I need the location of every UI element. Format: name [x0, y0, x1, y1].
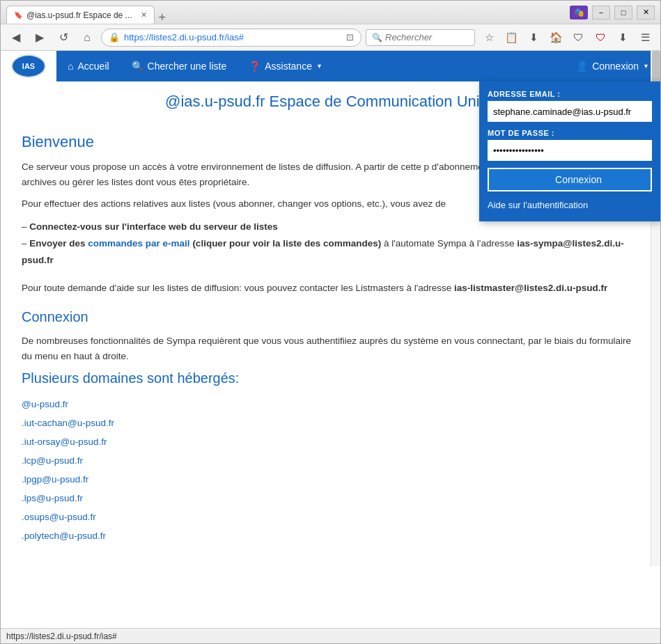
- nav-accueil-label: Accueil: [77, 61, 109, 72]
- address-text: https://listes2.di.u-psud.fr/ias#: [124, 32, 244, 42]
- maximize-button[interactable]: □: [614, 6, 632, 19]
- domain-2[interactable]: .iut-orsay@u-psud.fr: [22, 432, 639, 451]
- domain-5[interactable]: .lps@u-psud.fr: [22, 489, 639, 508]
- search-icon: 🔍: [372, 33, 382, 42]
- nav-assistance[interactable]: ❓ Assistance ▼: [238, 51, 334, 81]
- back-button[interactable]: ◀: [6, 28, 26, 47]
- tab-area: 🔖 @ias.u-psud.fr Espace de ... ✕ +: [6, 1, 564, 24]
- forward-button[interactable]: ▶: [30, 28, 49, 47]
- domain-3[interactable]: .lcp@u-psud.fr: [22, 451, 639, 470]
- assistance-caret-icon: ▼: [316, 63, 322, 70]
- page-header-text: @ias.u-psud.fr Espace de Communication U…: [165, 93, 496, 110]
- domain-4[interactable]: .lpgp@u-psud.fr: [22, 470, 639, 489]
- nav-items: ⌂ Accueil 🔍 Chercher une liste ❓ Assista…: [56, 51, 660, 81]
- password-input[interactable]: [488, 140, 652, 161]
- refresh-button[interactable]: ↺: [54, 28, 73, 47]
- assistance-nav-icon: ❓: [249, 61, 260, 72]
- nav-connexion[interactable]: 👤 Connexion ▼: [565, 51, 660, 81]
- email-label: ADRESSE EMAIL :: [488, 90, 652, 98]
- status-bar: https://listes2.di.u-psud.fr/ias#: [1, 628, 660, 643]
- download2-icon[interactable]: ⬇: [613, 28, 632, 47]
- address-bar[interactable]: 🔒 https://listes2.di.u-psud.fr/ias# ⊡: [101, 29, 361, 47]
- search-nav-icon: 🔍: [132, 61, 143, 72]
- home-nav-icon: ⌂: [68, 61, 73, 72]
- logo-text: IAS: [22, 62, 35, 70]
- connexion-btn-icon: 👤: [538, 174, 550, 185]
- window-controls: 🎭 − □ ✕: [570, 6, 655, 19]
- connexion-title: Connexion: [22, 309, 639, 325]
- history-icon[interactable]: 📋: [501, 28, 521, 47]
- new-tab-button[interactable]: +: [159, 11, 166, 24]
- home-button[interactable]: ⌂: [77, 28, 97, 47]
- minimize-button[interactable]: −: [592, 6, 610, 19]
- nav-accueil[interactable]: ⌂ Accueil: [56, 51, 120, 81]
- auth-help-link[interactable]: Aide sur l'authentification: [488, 197, 652, 213]
- domain-6[interactable]: .osups@u-psud.fr: [22, 508, 639, 526]
- menu-icon[interactable]: ☰: [635, 28, 655, 47]
- tab-favicon: 🔖: [14, 11, 22, 19]
- logo: IAS: [11, 54, 46, 78]
- tab-close-button[interactable]: ✕: [141, 10, 147, 19]
- toolbar-icons: ☆ 📋 ⬇ 🏠 🛡 🛡 ⬇ ☰: [479, 28, 655, 47]
- page-content: IAS ⌂ Accueil 🔍 Chercher une liste ❓ Ass…: [1, 51, 660, 628]
- nav-connexion-label: Connexion: [592, 61, 639, 72]
- page-wrapper: IAS ⌂ Accueil 🔍 Chercher une liste ❓ Ass…: [1, 51, 660, 566]
- connexion-caret-icon: ▼: [643, 63, 649, 70]
- password-label: MOT DE PASSE :: [488, 129, 652, 137]
- domains-title: Plusieurs domaines sont hébergés:: [22, 370, 639, 386]
- browser-window: 🔖 @ias.u-psud.fr Espace de ... ✕ + 🎭 − □…: [0, 0, 661, 644]
- bookmark-icon[interactable]: ☆: [479, 28, 499, 47]
- close-button[interactable]: ✕: [637, 6, 655, 19]
- login-dropdown: ADRESSE EMAIL : MOT DE PASSE : 👤 Connexi…: [479, 81, 660, 221]
- commands-link[interactable]: commandes par e-mail: [88, 238, 189, 249]
- toolbar: ◀ ▶ ↺ ⌂ 🔒 https://listes2.di.u-psud.fr/i…: [1, 24, 660, 51]
- connexion-desc: De nombreuses fonctionnalités de Sympa r…: [22, 333, 639, 363]
- status-url: https://listes2.di.u-psud.fr/ias#: [6, 631, 117, 641]
- domain-0[interactable]: @u-psud.fr: [22, 395, 639, 414]
- nav-assistance-label: Assistance: [265, 61, 312, 72]
- logo-area: IAS: [1, 51, 56, 81]
- connexion-submit-button[interactable]: 👤 Connexion: [488, 168, 652, 191]
- help-text: Pour toute demande d'aide sur les listes…: [22, 281, 639, 296]
- email-input[interactable]: [488, 101, 652, 122]
- connexion-btn-label: Connexion: [555, 174, 602, 185]
- nav-search[interactable]: 🔍 Chercher une liste: [120, 51, 238, 81]
- home2-icon[interactable]: 🏠: [546, 28, 566, 47]
- tab-title: @ias.u-psud.fr Espace de ...: [26, 10, 132, 20]
- nav-search-label: Chercher une liste: [148, 61, 227, 72]
- title-bar: 🔖 @ias.u-psud.fr Espace de ... ✕ + 🎭 − □…: [1, 1, 660, 24]
- search-input[interactable]: [385, 32, 469, 42]
- download-icon[interactable]: ⬇: [524, 28, 543, 47]
- active-tab[interactable]: 🔖 @ias.u-psud.fr Espace de ... ✕: [6, 6, 155, 24]
- domain-7[interactable]: .polytech@u-psud.fr: [22, 526, 639, 545]
- reader-mode-icon[interactable]: ⊡: [346, 32, 354, 42]
- ublock-icon[interactable]: 🛡: [591, 28, 610, 47]
- search-box[interactable]: 🔍: [366, 29, 475, 46]
- connexion-nav-icon: 👤: [576, 61, 588, 72]
- nav-bar: IAS ⌂ Accueil 🔍 Chercher une liste ❓ Ass…: [1, 51, 660, 81]
- domains-list: @u-psud.fr.iut-cachan@u-psud.fr.iut-orsa…: [22, 395, 639, 545]
- extension-icon[interactable]: 🎭: [570, 6, 588, 19]
- bullet2: – Envoyer des commandes par e-mail (cliq…: [22, 235, 639, 269]
- domain-1[interactable]: .iut-cachan@u-psud.fr: [22, 414, 639, 432]
- lock-icon: 🔒: [109, 32, 120, 42]
- shield-icon[interactable]: 🛡: [568, 28, 588, 47]
